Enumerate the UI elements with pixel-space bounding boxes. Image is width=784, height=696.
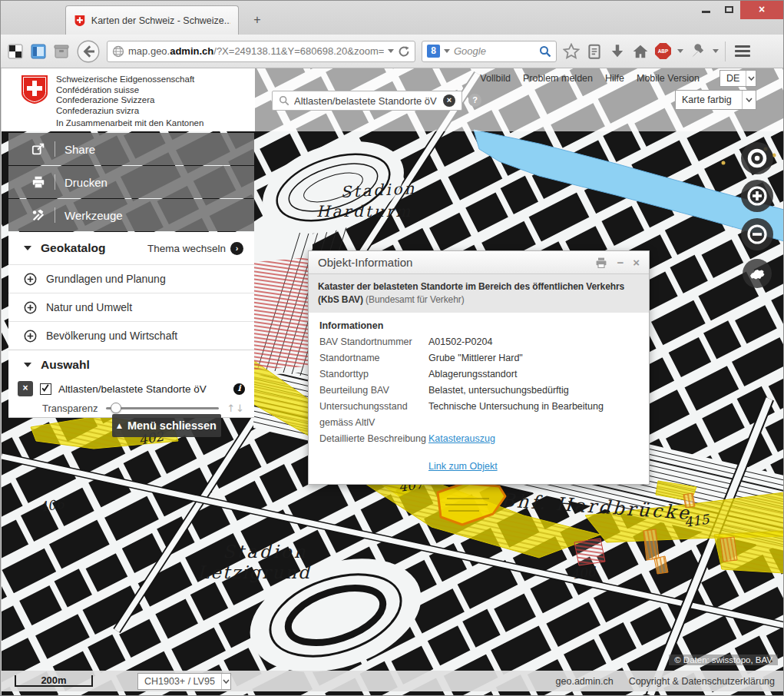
browser-tab[interactable]: Karten der Schweiz - Schweize... xyxy=(65,5,239,35)
browser-window: Karten der Schweiz - Schweize... + × xyxy=(0,0,784,696)
globe-icon xyxy=(112,45,124,58)
minimize-popup-icon[interactable]: − xyxy=(617,257,624,268)
link-mobile-version[interactable]: Mobile Version xyxy=(637,73,700,84)
search-input[interactable] xyxy=(294,95,438,107)
selection-header[interactable]: Auswahl xyxy=(8,350,254,379)
print-button[interactable]: Drucken xyxy=(8,166,254,198)
layer-order-arrows[interactable]: ↑↓ xyxy=(227,403,245,414)
swiss-coat-of-arms xyxy=(20,75,49,105)
browser-search-box[interactable]: 8 Google xyxy=(422,41,557,62)
remove-layer-button[interactable]: × xyxy=(18,381,33,396)
category-bevoelkerung[interactable]: Bevölkerung und Wirtschaft xyxy=(8,321,254,350)
collapse-triangle-icon xyxy=(24,363,31,367)
site-link[interactable]: geo.admin.ch xyxy=(556,676,614,687)
app-header: Schweizerische Eidgenossenschaft Confédé… xyxy=(2,68,784,131)
cooperation-note: In Zusammenarbeit mit den Kantonen xyxy=(56,118,203,129)
url-dropdown-icon[interactable] xyxy=(388,49,394,53)
link-report-problem[interactable]: Problem melden xyxy=(523,73,593,84)
chevron-down-icon xyxy=(223,679,230,684)
theme-switch-button[interactable]: Thema wechseln › xyxy=(147,242,243,255)
new-tab-button[interactable]: + xyxy=(248,12,266,28)
link-fullscreen[interactable]: Vollbild xyxy=(480,73,511,84)
popup-title: Objekt-Information xyxy=(318,256,586,269)
tools-button[interactable]: Werkzeuge xyxy=(8,199,254,231)
zoom-out-button[interactable] xyxy=(741,218,773,250)
object-link[interactable]: Link zum Objekt xyxy=(428,461,498,472)
adblock-icon[interactable]: ABP xyxy=(655,43,671,59)
swiss-shield-favicon xyxy=(74,15,86,27)
map-label-letzigrund: Letzigrund xyxy=(197,562,311,583)
downloads-icon[interactable] xyxy=(609,43,626,60)
collapse-triangle-icon xyxy=(24,246,31,250)
info-row: StandortnameGrube "Mittlerer Hard" xyxy=(319,350,638,366)
bookmarks-list-icon[interactable] xyxy=(586,43,603,60)
language-select[interactable]: DE xyxy=(719,70,756,87)
info-row: StandorttypAblagerungsstandort xyxy=(319,366,638,383)
switzerland-icon xyxy=(747,263,767,283)
geolocation-button[interactable] xyxy=(741,142,773,174)
maximize-button[interactable] xyxy=(717,1,740,18)
info-row: Beurteilung BAVBelastet, untersuchungsbe… xyxy=(319,383,638,399)
close-menu-button[interactable]: ▲ Menü schliessen xyxy=(112,414,221,437)
expand-plus-icon xyxy=(24,330,37,343)
share-button[interactable]: Share xyxy=(8,133,254,165)
map-label-stadion-south: Stadion xyxy=(223,542,307,562)
category-natur[interactable]: Natur und Umwelt xyxy=(8,293,254,321)
print-icon[interactable] xyxy=(595,257,607,269)
chevron-down-icon xyxy=(748,76,755,81)
url-bar[interactable]: map.geo.admin.ch/?X=249138.11&Y=680698.2… xyxy=(107,41,415,62)
extension-archive-icon[interactable] xyxy=(53,43,70,60)
check-icon xyxy=(41,383,50,393)
back-button[interactable] xyxy=(76,39,101,64)
window-controls: × xyxy=(694,1,783,19)
expand-plus-icon xyxy=(24,273,37,286)
tab-title: Karten der Schweiz - Schweize... xyxy=(91,15,230,26)
zoom-in-button[interactable] xyxy=(741,180,773,212)
close-popup-icon[interactable]: × xyxy=(633,257,640,268)
map-search-field[interactable]: × xyxy=(272,91,462,111)
footer-links: geo.admin.ch Copyright & Datenschutzerkl… xyxy=(556,671,775,691)
menu-icon[interactable] xyxy=(732,42,753,61)
collapse-arrow-icon: ▲ xyxy=(117,422,122,429)
object-information-popup: Objekt-Information − × Kataster der bela… xyxy=(308,250,650,485)
default-extent-button[interactable] xyxy=(743,259,772,288)
popup-header[interactable]: Objekt-Information − × xyxy=(309,251,649,274)
kataster-extract-link[interactable]: Katasterauszug xyxy=(428,433,495,444)
scale-bar: 200m xyxy=(15,675,93,687)
layer-checkbox[interactable] xyxy=(40,383,51,395)
extension-sidebar-icon[interactable] xyxy=(30,43,47,60)
slider-knob[interactable] xyxy=(111,403,121,413)
addon-tool-icon[interactable] xyxy=(690,43,706,60)
home-icon[interactable] xyxy=(632,43,649,60)
transparency-slider[interactable] xyxy=(106,403,220,413)
map-style-select[interactable]: Karte farbig xyxy=(675,90,756,110)
google-logo-icon: 8 xyxy=(427,45,440,58)
minimize-button[interactable] xyxy=(694,1,717,18)
clear-search-icon[interactable]: × xyxy=(443,94,455,107)
extension-contrast-icon[interactable] xyxy=(7,43,24,60)
link-help[interactable]: Hilfe xyxy=(605,73,624,84)
layer-info-icon[interactable]: i xyxy=(233,383,245,395)
search-placeholder: Google xyxy=(454,45,535,57)
layer-label: Altlasten/belastete Standorte öV xyxy=(58,383,227,395)
expand-plus-icon xyxy=(24,301,37,314)
magnifier-icon[interactable] xyxy=(539,45,551,58)
info-row: BAV StandortnummerA01502-P0204 xyxy=(319,334,638,350)
layer-source-title: Kataster der belasteten Standorte im Ber… xyxy=(309,274,649,313)
adblock-dropdown-icon[interactable] xyxy=(677,49,683,53)
addon-dropdown-icon[interactable] xyxy=(713,49,719,53)
search-engine-dropdown-icon[interactable] xyxy=(444,49,450,53)
reload-icon[interactable] xyxy=(398,45,410,58)
map-attribution[interactable]: © Daten: swisstopo, BAV xyxy=(669,655,778,665)
close-button[interactable]: × xyxy=(740,1,783,19)
page-content: Stadion Hardturm Bhf. Hardbrücke Stadion… xyxy=(2,68,784,695)
search-help-icon[interactable]: ? xyxy=(468,94,481,107)
bookmark-star-icon[interactable] xyxy=(563,43,580,60)
copyright-link[interactable]: Copyright & Datenschutzerklärung xyxy=(629,676,775,687)
category-grundlagen[interactable]: Grundlagen und Planung xyxy=(8,264,254,293)
printer-icon xyxy=(31,175,45,189)
geocatalog-header[interactable]: Geokatalog Thema wechseln › xyxy=(8,232,254,264)
projection-select[interactable]: CH1903+ / LV95 xyxy=(137,673,231,690)
navigation-toolbar: map.geo.admin.ch/?X=249138.11&Y=680698.2… xyxy=(1,35,783,68)
tab-strip: Karten der Schweiz - Schweize... + × xyxy=(1,1,783,35)
